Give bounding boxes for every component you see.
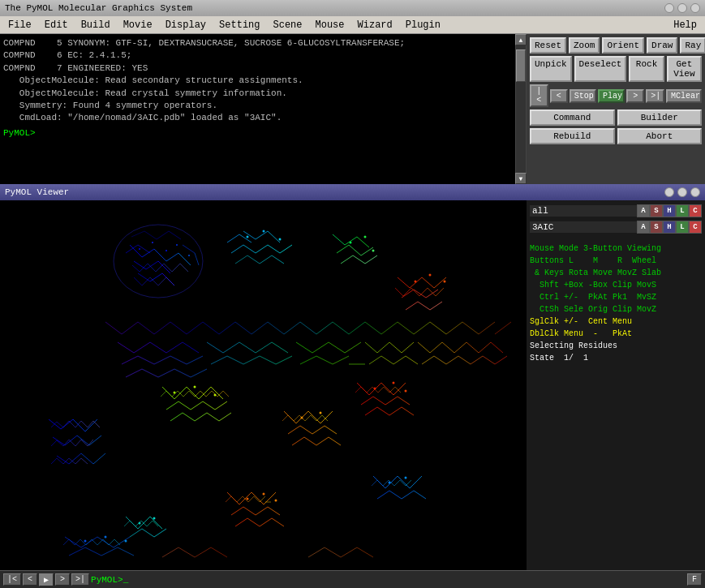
svg-point-52: [247, 236, 249, 238]
svg-point-233: [405, 477, 407, 479]
btn-row-2: Unpick Deselect Rock Get View: [530, 56, 702, 82]
app-title: The PyMOL Molecular Graphics System: [5, 3, 192, 13]
scroll-down[interactable]: ▼: [515, 173, 527, 184]
orient-button[interactable]: Orient: [602, 37, 644, 54]
all-btn-a[interactable]: A: [637, 204, 650, 217]
unpick-button[interactable]: Unpick: [530, 56, 572, 82]
menu-mouse[interactable]: Mouse: [309, 18, 351, 32]
rebuild-row: Rebuild Abort: [530, 128, 702, 144]
rock-button[interactable]: Rock: [629, 56, 664, 82]
svg-point-193: [405, 390, 407, 393]
top-panel: COMPND 5 SYNONYM: GTF-SI, DEXTRANSUCRASE…: [0, 34, 705, 184]
get-view-button[interactable]: Get View: [667, 56, 702, 82]
right-controls: Reset Zoom Orient Draw Ray Unpick Desele…: [527, 34, 705, 184]
svg-point-215: [263, 493, 265, 496]
menu-edit[interactable]: Edit: [38, 18, 75, 32]
command-button[interactable]: Command: [530, 109, 615, 126]
svg-point-66: [372, 250, 375, 252]
all-btn-s[interactable]: S: [650, 204, 663, 217]
playback-next[interactable]: >: [626, 89, 644, 103]
cmd-builder-row: Command Builder: [530, 109, 702, 126]
playback-end[interactable]: >|: [646, 89, 664, 103]
bottom-f-button[interactable]: F: [687, 573, 702, 586]
info-panel: Mouse Mode 3-Button Viewing Buttons L M …: [527, 239, 705, 570]
menu-help[interactable]: Help: [667, 18, 703, 32]
bottom-prompt[interactable]: PyMOL>_: [91, 575, 686, 585]
info-line-9: Selecting Residues: [530, 340, 702, 352]
bottom-nav-play[interactable]: ▶: [39, 573, 54, 586]
viewer-minimize-btn[interactable]: [677, 187, 687, 197]
menu-wizard[interactable]: Wizard: [351, 18, 399, 32]
viewer-close-btn[interactable]: [664, 187, 674, 197]
viewer-window-controls: [664, 187, 700, 197]
svg-point-83: [415, 281, 417, 283]
maximize-btn[interactable]: [690, 3, 700, 13]
console-area[interactable]: COMPND 5 SYNONYM: GTF-SI, DEXTRANSUCRASE…: [0, 34, 527, 184]
builder-button[interactable]: Builder: [617, 109, 703, 126]
object-name-all[interactable]: all: [530, 205, 637, 217]
console-line-6: Symmetry: Found 4 symmetry operators.: [3, 100, 523, 112]
info-line-1: Mouse Mode 3-Button Viewing: [530, 242, 702, 255]
3aic-btn-h[interactable]: H: [663, 221, 676, 234]
menu-movie[interactable]: Movie: [117, 18, 159, 32]
3aic-btn-c[interactable]: C: [689, 221, 702, 234]
3aic-btn-s[interactable]: S: [650, 221, 663, 234]
console-scrollbar[interactable]: ▲ ▼: [515, 34, 527, 184]
svg-point-53: [263, 230, 265, 233]
object-name-3aic[interactable]: 3AIC: [530, 221, 637, 233]
all-btn-c[interactable]: C: [689, 204, 702, 217]
console-prompt[interactable]: PyMOL>: [3, 128, 523, 138]
scroll-up[interactable]: ▲: [515, 34, 527, 45]
playback-start[interactable]: |<: [530, 84, 548, 107]
console-line-2: COMPND 6 EC: 2.4.1.5;: [3, 49, 523, 62]
viewer-title: PyMOL Viewer: [5, 187, 69, 197]
bottom-nav-prev[interactable]: <: [23, 573, 37, 586]
info-line-10: State 1/ 1: [530, 352, 702, 364]
bottom-nav-next[interactable]: >: [55, 573, 70, 586]
3aic-btn-l[interactable]: L: [676, 221, 689, 234]
all-btn-h[interactable]: H: [663, 204, 676, 217]
deselect-button[interactable]: Deselect: [574, 56, 627, 82]
console-line-4: ObjectMolecule: Read secondary structure…: [3, 75, 523, 87]
svg-point-23: [166, 250, 167, 251]
window-controls: [664, 3, 700, 13]
menu-file[interactable]: File: [2, 18, 38, 32]
svg-point-323: [125, 540, 127, 543]
rebuild-button[interactable]: Rebuild: [530, 128, 615, 144]
all-btn-l[interactable]: L: [676, 204, 689, 217]
console-text: COMPND 5 SYNONYM: GTF-SI, DEXTRANSUCRASE…: [3, 37, 523, 125]
draw-button[interactable]: Draw: [647, 37, 677, 54]
info-line-2: Buttons L M R Wheel: [530, 255, 702, 267]
mol-visualization: [0, 200, 527, 570]
mol-canvas[interactable]: [0, 200, 527, 570]
playback-stop[interactable]: Stop: [570, 89, 596, 103]
ray-button[interactable]: Ray: [680, 37, 705, 54]
close-btn[interactable]: [664, 3, 674, 13]
svg-point-85: [444, 281, 446, 283]
bottom-nav-start[interactable]: |<: [3, 573, 21, 586]
playback-prev[interactable]: <: [550, 89, 568, 103]
info-line-4: Shft +Box -Box Clip MovS: [530, 279, 702, 291]
abort-button[interactable]: Abort: [617, 128, 703, 144]
reset-button[interactable]: Reset: [530, 37, 566, 54]
menu-setting[interactable]: Setting: [213, 18, 266, 32]
info-line-5: Ctrl +/- PkAt Pk1 MvSZ: [530, 291, 702, 303]
bottom-nav-end[interactable]: >|: [71, 573, 89, 586]
svg-point-247: [153, 517, 156, 520]
svg-point-232: [389, 482, 391, 484]
info-line-7: SglClk +/- Cent Menu: [530, 315, 702, 328]
viewer-content: all A S H L C 3AIC A S H L C Mouse Mode …: [0, 200, 705, 570]
playback-mclear[interactable]: MClear: [666, 89, 702, 103]
svg-point-246: [139, 522, 141, 525]
menu-display[interactable]: Display: [159, 18, 213, 32]
menu-build[interactable]: Build: [75, 18, 117, 32]
menu-plugin[interactable]: Plugin: [399, 18, 447, 32]
svg-point-191: [374, 388, 376, 390]
console-line-1: COMPND 5 SYNONYM: GTF-SI, DEXTRANSUCRASE…: [3, 37, 523, 49]
minimize-btn[interactable]: [677, 3, 687, 13]
viewer-maximize-btn[interactable]: [690, 187, 700, 197]
menu-scene[interactable]: Scene: [267, 18, 309, 32]
3aic-btn-a[interactable]: A: [637, 221, 650, 234]
playback-play[interactable]: Play: [598, 89, 625, 103]
zoom-button[interactable]: Zoom: [569, 37, 600, 54]
